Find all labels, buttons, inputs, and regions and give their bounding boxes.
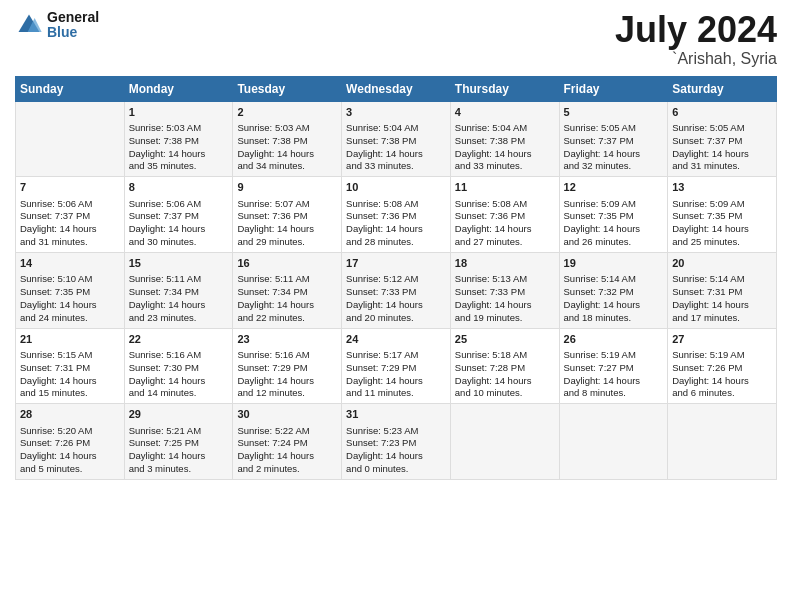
day-number: 6: [672, 105, 772, 120]
day-number: 11: [455, 180, 555, 195]
day-number: 8: [129, 180, 229, 195]
day-info-line: and 11 minutes.: [346, 387, 414, 398]
day-number: 19: [564, 256, 664, 271]
day-info-line: Daylight: 14 hours: [20, 375, 97, 386]
day-content: Sunrise: 5:04 AMSunset: 7:38 PMDaylight:…: [346, 122, 446, 173]
day-info-line: Sunrise: 5:22 AM: [237, 425, 309, 436]
day-info-line: Sunset: 7:37 PM: [564, 135, 634, 146]
day-content: Sunrise: 5:14 AMSunset: 7:31 PMDaylight:…: [672, 273, 772, 324]
day-content: Sunrise: 5:09 AMSunset: 7:35 PMDaylight:…: [672, 198, 772, 249]
logo: General Blue: [15, 10, 99, 41]
day-info-line: Sunrise: 5:16 AM: [129, 349, 201, 360]
calendar-cell: 18Sunrise: 5:13 AMSunset: 7:33 PMDayligh…: [450, 252, 559, 328]
day-info-line: Sunset: 7:24 PM: [237, 437, 307, 448]
col-tuesday: Tuesday: [233, 76, 342, 101]
calendar-cell: [559, 404, 668, 480]
day-info-line: and 33 minutes.: [346, 160, 414, 171]
day-info-line: Sunrise: 5:05 AM: [672, 122, 744, 133]
calendar-cell: 31Sunrise: 5:23 AMSunset: 7:23 PMDayligh…: [342, 404, 451, 480]
day-info-line: Sunset: 7:28 PM: [455, 362, 525, 373]
calendar-cell: 21Sunrise: 5:15 AMSunset: 7:31 PMDayligh…: [16, 328, 125, 404]
day-info-line: Sunset: 7:26 PM: [20, 437, 90, 448]
day-info-line: Daylight: 14 hours: [237, 450, 314, 461]
day-number: 26: [564, 332, 664, 347]
day-info-line: Sunrise: 5:14 AM: [564, 273, 636, 284]
day-info-line: Sunrise: 5:15 AM: [20, 349, 92, 360]
day-content: Sunrise: 5:21 AMSunset: 7:25 PMDaylight:…: [129, 425, 229, 476]
day-info-line: Sunrise: 5:09 AM: [564, 198, 636, 209]
day-info-line: and 31 minutes.: [672, 160, 740, 171]
day-info-line: and 12 minutes.: [237, 387, 305, 398]
day-content: Sunrise: 5:15 AMSunset: 7:31 PMDaylight:…: [20, 349, 120, 400]
day-content: Sunrise: 5:22 AMSunset: 7:24 PMDaylight:…: [237, 425, 337, 476]
day-number: 2: [237, 105, 337, 120]
col-sunday: Sunday: [16, 76, 125, 101]
calendar-cell: 10Sunrise: 5:08 AMSunset: 7:36 PMDayligh…: [342, 177, 451, 253]
main-title: July 2024: [615, 10, 777, 50]
day-content: Sunrise: 5:14 AMSunset: 7:32 PMDaylight:…: [564, 273, 664, 324]
day-info-line: Daylight: 14 hours: [564, 148, 641, 159]
day-info-line: and 33 minutes.: [455, 160, 523, 171]
day-info-line: Sunrise: 5:10 AM: [20, 273, 92, 284]
day-content: Sunrise: 5:07 AMSunset: 7:36 PMDaylight:…: [237, 198, 337, 249]
day-info-line: Daylight: 14 hours: [455, 223, 532, 234]
calendar-cell: 17Sunrise: 5:12 AMSunset: 7:33 PMDayligh…: [342, 252, 451, 328]
logo-text: General Blue: [47, 10, 99, 41]
calendar-cell: [450, 404, 559, 480]
day-info-line: and 5 minutes.: [20, 463, 82, 474]
day-info-line: and 8 minutes.: [564, 387, 626, 398]
header: General Blue July 2024 `Arishah, Syria: [15, 10, 777, 68]
day-info-line: Daylight: 14 hours: [20, 223, 97, 234]
title-block: July 2024 `Arishah, Syria: [615, 10, 777, 68]
day-info-line: Sunrise: 5:04 AM: [346, 122, 418, 133]
calendar-cell: 1Sunrise: 5:03 AMSunset: 7:38 PMDaylight…: [124, 101, 233, 177]
day-content: Sunrise: 5:03 AMSunset: 7:38 PMDaylight:…: [129, 122, 229, 173]
col-monday: Monday: [124, 76, 233, 101]
day-info-line: Daylight: 14 hours: [129, 450, 206, 461]
day-info-line: Sunset: 7:25 PM: [129, 437, 199, 448]
day-content: Sunrise: 5:05 AMSunset: 7:37 PMDaylight:…: [672, 122, 772, 173]
day-number: 21: [20, 332, 120, 347]
day-content: Sunrise: 5:17 AMSunset: 7:29 PMDaylight:…: [346, 349, 446, 400]
day-info-line: Sunset: 7:38 PM: [237, 135, 307, 146]
day-content: Sunrise: 5:23 AMSunset: 7:23 PMDaylight:…: [346, 425, 446, 476]
day-info-line: Sunrise: 5:09 AM: [672, 198, 744, 209]
day-info-line: and 18 minutes.: [564, 312, 632, 323]
day-info-line: Sunrise: 5:07 AM: [237, 198, 309, 209]
calendar-cell: 22Sunrise: 5:16 AMSunset: 7:30 PMDayligh…: [124, 328, 233, 404]
col-friday: Friday: [559, 76, 668, 101]
col-wednesday: Wednesday: [342, 76, 451, 101]
day-info-line: and 28 minutes.: [346, 236, 414, 247]
day-info-line: Sunrise: 5:03 AM: [129, 122, 201, 133]
day-number: 3: [346, 105, 446, 120]
day-info-line: Sunset: 7:23 PM: [346, 437, 416, 448]
day-info-line: and 35 minutes.: [129, 160, 197, 171]
day-content: Sunrise: 5:05 AMSunset: 7:37 PMDaylight:…: [564, 122, 664, 173]
day-content: Sunrise: 5:11 AMSunset: 7:34 PMDaylight:…: [129, 273, 229, 324]
day-info-line: Sunset: 7:26 PM: [672, 362, 742, 373]
day-number: 15: [129, 256, 229, 271]
day-number: 22: [129, 332, 229, 347]
week-row-2: 7Sunrise: 5:06 AMSunset: 7:37 PMDaylight…: [16, 177, 777, 253]
calendar-cell: 27Sunrise: 5:19 AMSunset: 7:26 PMDayligh…: [668, 328, 777, 404]
day-info-line: Daylight: 14 hours: [346, 375, 423, 386]
day-number: 9: [237, 180, 337, 195]
day-number: 24: [346, 332, 446, 347]
day-info-line: Daylight: 14 hours: [672, 299, 749, 310]
calendar-cell: 26Sunrise: 5:19 AMSunset: 7:27 PMDayligh…: [559, 328, 668, 404]
day-info-line: Sunset: 7:38 PM: [346, 135, 416, 146]
day-info-line: and 6 minutes.: [672, 387, 734, 398]
day-info-line: and 23 minutes.: [129, 312, 197, 323]
day-info-line: Sunrise: 5:21 AM: [129, 425, 201, 436]
day-number: 13: [672, 180, 772, 195]
week-row-5: 28Sunrise: 5:20 AMSunset: 7:26 PMDayligh…: [16, 404, 777, 480]
day-number: 12: [564, 180, 664, 195]
day-info-line: Sunset: 7:38 PM: [129, 135, 199, 146]
day-info-line: Sunrise: 5:11 AM: [237, 273, 309, 284]
day-info-line: Daylight: 14 hours: [237, 375, 314, 386]
day-info-line: Daylight: 14 hours: [346, 148, 423, 159]
day-content: Sunrise: 5:03 AMSunset: 7:38 PMDaylight:…: [237, 122, 337, 173]
day-content: Sunrise: 5:18 AMSunset: 7:28 PMDaylight:…: [455, 349, 555, 400]
day-info-line: Daylight: 14 hours: [129, 223, 206, 234]
day-content: Sunrise: 5:06 AMSunset: 7:37 PMDaylight:…: [129, 198, 229, 249]
